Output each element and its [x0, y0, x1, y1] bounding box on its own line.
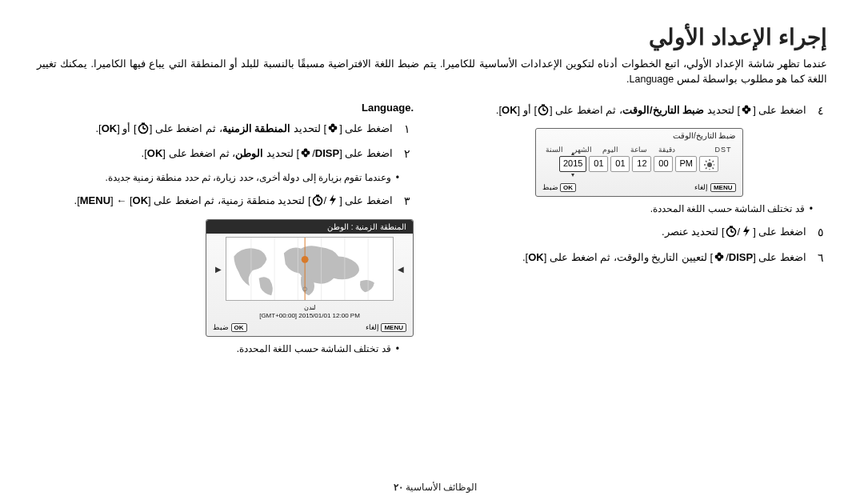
flower-icon	[713, 250, 726, 263]
flower-icon	[740, 103, 753, 116]
ok-key-chip[interactable]: OK	[231, 323, 247, 332]
sun-icon	[703, 158, 714, 170]
step-3: ٣ اضغط على [/] لتحديد منطقة زمنية، ثم اض…	[37, 192, 414, 211]
flower-icon	[326, 122, 339, 134]
left-column: ٤ اضغط على [] لتحديد ضبط التاريخ/الوقت، …	[450, 102, 827, 366]
step-number: ٣	[401, 192, 414, 211]
dt-header: ضبط التاريخ/الوقت	[536, 129, 742, 142]
right-note: قد تختلف الشاشة حسب اللغة المحددة.	[37, 342, 399, 357]
step-number: ٦	[814, 249, 827, 268]
step-6: ٦ اضغط على [DISP/] لتعيين التاريخ والوقت…	[450, 249, 827, 268]
timezone-header: المنطقة الزمنية : الوطن	[206, 220, 413, 234]
footer-section: الوظائف الأساسية	[406, 482, 477, 493]
step-4: ٤ اضغط على [] لتحديد ضبط التاريخ/الوقت، …	[450, 102, 827, 121]
ok-key-chip[interactable]: OK	[560, 183, 576, 192]
flash-icon	[740, 225, 753, 238]
flower-icon	[299, 146, 312, 159]
flash-icon	[326, 194, 339, 206]
tz-prev[interactable]: ◀	[395, 265, 406, 274]
menu-key-chip[interactable]: MENU	[710, 183, 736, 192]
step4-bullet: قد تختلف الشاشة حسب اللغة المحددة.	[450, 202, 813, 217]
dt-ampm[interactable]: PM	[675, 156, 697, 172]
timer-icon	[537, 103, 550, 116]
cancel-label: إلغاء	[366, 323, 379, 331]
intro-text: عندما تظهر شاشة الإعداد الأولي، اتبع الخ…	[37, 57, 827, 87]
step-5: ٥ اضغط على [/] لتحديد عنصر.	[450, 223, 827, 242]
cancel-label: إلغاء	[694, 183, 708, 191]
page-footer: الوظائف الأساسية ٢٠	[0, 482, 864, 493]
timer-icon	[725, 225, 738, 238]
dt-hour[interactable]: 12	[632, 156, 651, 172]
menu-key-chip[interactable]: MENU	[381, 323, 406, 332]
set-label: ضبط	[213, 323, 229, 331]
page-number: ٢٠	[394, 482, 403, 493]
timer-icon	[137, 122, 150, 134]
datetime-screen: ضبط التاريخ/الوقت DST دقيقة ساعة اليوم ا…	[535, 128, 743, 197]
step-number: ٤	[814, 102, 827, 121]
step2-bullet: وعندما تقوم بزيارة إلى دولة أخرى، حدد زي…	[37, 170, 399, 186]
step-number: ٥	[814, 223, 827, 242]
language-heading: Language.	[37, 102, 414, 114]
world-map-icon	[226, 237, 394, 301]
page-title: إجراء الإعداد الأولي	[37, 24, 827, 50]
step-number: ١	[401, 120, 414, 139]
dt-dst-toggle[interactable]	[699, 156, 718, 172]
timezone-screen: المنطقة الزمنية : الوطن ◀	[206, 219, 414, 337]
step-number: ٢	[401, 145, 414, 164]
tz-next[interactable]: ▶	[213, 265, 224, 274]
dt-month[interactable]: 01	[589, 156, 608, 172]
step-2: ٢ اضغط على [DISP/] لتحديد الوطن، ثم اضغط…	[37, 145, 414, 164]
timer-icon	[311, 194, 324, 206]
dt-min[interactable]: 00	[654, 156, 673, 172]
dt-value-row: 2015 01 01 12 00 PM	[541, 156, 738, 172]
set-label: ضبط	[542, 183, 558, 191]
tz-gmt: [GMT+00:00] 2015/01/01 12:00 PM	[206, 312, 413, 320]
step-1: ١ اضغط على [] لتحديد المنطقة الزمنية، ثم…	[37, 120, 414, 139]
tz-city: لندن	[206, 304, 413, 312]
dt-year[interactable]: 2015	[559, 156, 586, 172]
right-column: Language. ١ اضغط على [] لتحديد المنطقة ا…	[37, 102, 414, 366]
dt-day[interactable]: 01	[610, 156, 630, 172]
